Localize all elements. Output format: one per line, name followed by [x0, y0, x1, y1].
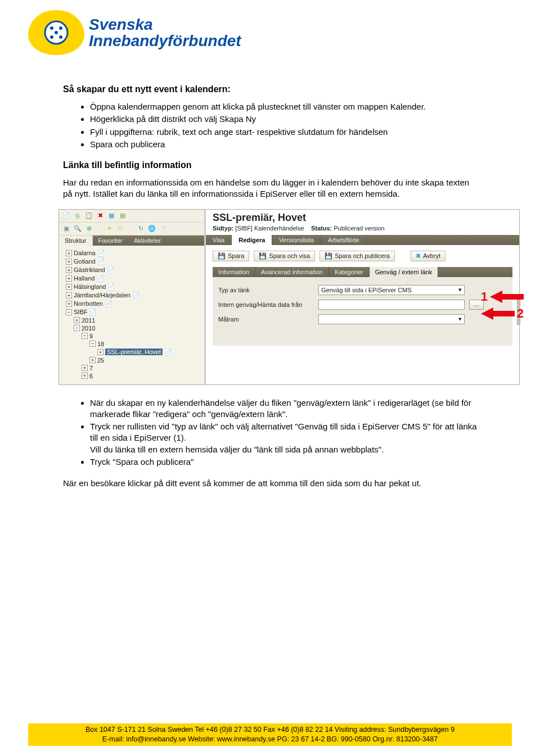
- tree-label: 6: [89, 373, 93, 379]
- svg-point-1: [50, 26, 53, 30]
- tree-row[interactable]: +Jämtland/Härjedalen📄: [61, 291, 202, 300]
- tab-aktiviteter[interactable]: Aktiviteter: [128, 236, 166, 246]
- tree-expander[interactable]: +: [74, 317, 80, 323]
- help-icon[interactable]: ❔: [159, 225, 167, 233]
- list-item: Tryck "Spara och publicera": [90, 456, 479, 468]
- tab-arbetsflode[interactable]: Arbetsflöde: [321, 235, 367, 245]
- tree-row[interactable]: +Gotland📄: [61, 257, 202, 266]
- heading-link-existing: Länka till befintlig information: [63, 160, 479, 170]
- tree-expander[interactable]: −: [66, 309, 72, 315]
- select-link-type[interactable]: Genväg till sida i EPiServer CMS ▾: [318, 285, 465, 295]
- new-page-icon[interactable]: 📄: [62, 212, 70, 220]
- tree-expander[interactable]: +: [66, 301, 72, 307]
- logo-line2: Innebandyförbundet: [89, 33, 241, 49]
- tree-expander[interactable]: +: [66, 275, 72, 282]
- page-tree: +Dalarna📄+Gotland📄+Gästrikland📄+Halland📄…: [59, 246, 204, 384]
- tree-row[interactable]: +Norrbotten📄: [61, 300, 202, 308]
- list-item: Tryck ner rullisten vid "typ av länk" oc…: [90, 421, 479, 455]
- paste-icon[interactable]: 📋: [85, 212, 93, 220]
- tree-expander[interactable]: −: [89, 341, 96, 347]
- tree-row[interactable]: +25: [61, 356, 202, 364]
- page-icon: 📄: [97, 250, 105, 257]
- tree-row[interactable]: −2010: [61, 324, 202, 332]
- tree-row[interactable]: +Dalarna📄: [61, 249, 202, 257]
- tab-favoriter[interactable]: Favoriter: [93, 236, 128, 246]
- tree-label: Halland: [74, 275, 94, 282]
- settings-icon[interactable]: ▤: [119, 212, 127, 220]
- tab-information[interactable]: Information: [213, 267, 255, 277]
- tree-expander[interactable]: +: [82, 365, 88, 371]
- tree-expander[interactable]: −: [82, 333, 88, 339]
- callout-arrow-2: 2: [481, 306, 524, 321]
- tree-row[interactable]: +Hälsingland📄: [61, 283, 202, 291]
- save-publish-button[interactable]: 💾Spara och publicera: [320, 251, 395, 261]
- tree-row[interactable]: +2011: [61, 316, 202, 324]
- paragraph-visitor: När en besökare klickar på ditt event så…: [63, 478, 479, 489]
- tab-shortcut[interactable]: Genväg / extern länk: [370, 267, 439, 277]
- input-internal-shortcut[interactable]: [318, 300, 465, 310]
- tab-redigera[interactable]: Redigera: [232, 235, 272, 245]
- tab-advanced[interactable]: Avancerad information: [255, 267, 329, 277]
- left-panel: 📄 ⎘ 📋 ✖ ▦ ▤ ▣ 🔍 ⊕ ⚭ ⚇ ↻ 🌐: [59, 210, 205, 384]
- tree-label: Norrbotten: [74, 300, 103, 307]
- org-logo: Svenska Innebandyförbundet: [28, 10, 241, 55]
- tab-kategorier[interactable]: Kategorier: [329, 267, 370, 277]
- tree-expander[interactable]: +: [66, 267, 72, 273]
- delete-icon[interactable]: ✖: [96, 212, 104, 220]
- save-view-button[interactable]: 💾Spara och visa: [254, 251, 315, 261]
- chevron-down-icon: ▾: [458, 315, 462, 323]
- status-value: Publicerad version: [334, 225, 385, 232]
- globe-icon[interactable]: ⊕: [85, 225, 93, 233]
- tree-expander[interactable]: +: [66, 284, 72, 290]
- tree-icon[interactable]: ▣: [62, 225, 70, 233]
- tree-row[interactable]: +7: [61, 364, 202, 372]
- tree-label: Gästrikland: [74, 266, 105, 273]
- tree-expander[interactable]: +: [66, 250, 72, 256]
- preview-icon[interactable]: ▦: [107, 212, 115, 220]
- tree-expander[interactable]: +: [97, 349, 104, 355]
- sidtyp-label: Sidtyp:: [213, 225, 233, 232]
- tree-expander[interactable]: +: [66, 259, 72, 265]
- select-target-frame[interactable]: ▾: [318, 314, 465, 324]
- cancel-icon: ✖: [416, 252, 421, 260]
- tree-row[interactable]: −9: [61, 332, 202, 340]
- save-button[interactable]: 💾Spara: [213, 251, 249, 261]
- page-icon: 📄: [164, 348, 172, 356]
- svg-point-4: [50, 35, 53, 39]
- search-icon[interactable]: 🔍: [74, 225, 82, 233]
- list-item: Fyll i uppgifterna: rubrik, text och ang…: [90, 126, 479, 138]
- label-target-frame: Målram: [218, 316, 314, 323]
- floorball-icon: [43, 20, 69, 46]
- tree-expander[interactable]: +: [82, 373, 88, 379]
- page-meta: Sidtyp: [SIBF] Kalenderhändelse Status: …: [213, 225, 512, 232]
- page-icon: 📄: [107, 266, 115, 274]
- episerver-screenshot: 📄 ⎘ 📋 ✖ ▦ ▤ ▣ 🔍 ⊕ ⚭ ⚇ ↻ 🌐: [58, 209, 520, 385]
- tree-row[interactable]: +Halland📄: [61, 274, 202, 283]
- tree-label: Dalarna: [74, 250, 96, 256]
- tree-row[interactable]: +SSL-premiär, Hovet📄: [61, 348, 202, 356]
- tab-struktur[interactable]: Struktur: [59, 236, 93, 246]
- world-icon[interactable]: 🌐: [148, 225, 156, 233]
- copy-icon[interactable]: ⎘: [74, 212, 82, 220]
- status-label: Status:: [311, 225, 332, 232]
- callout-number: 1: [481, 289, 488, 304]
- tree-row[interactable]: −SIBF📄: [61, 308, 202, 316]
- tree-label: Jämtland/Härjedalen: [74, 292, 130, 298]
- tab-visa[interactable]: Visa: [206, 235, 232, 245]
- sidtyp-value: [SIBF] Kalenderhändelse: [235, 225, 304, 232]
- tree-row[interactable]: +6: [61, 372, 202, 380]
- tree-expander[interactable]: −: [74, 325, 80, 331]
- logo-ball-icon: [28, 10, 84, 55]
- tab-versionslista[interactable]: Versionslista: [272, 235, 321, 245]
- tree-expander[interactable]: +: [66, 292, 72, 298]
- refresh-icon[interactable]: ↻: [137, 225, 145, 233]
- tree-expander[interactable]: +: [89, 357, 96, 363]
- cancel-button[interactable]: ✖Avbryt: [411, 251, 446, 261]
- tree-label: SSL-premiär, Hovet: [105, 348, 163, 355]
- tree-row[interactable]: −18: [61, 340, 202, 348]
- users-icon[interactable]: ⚇: [116, 225, 124, 233]
- left-tabs: Struktur Favoriter Aktiviteter: [59, 236, 204, 246]
- link-icon[interactable]: ⚭: [105, 225, 113, 233]
- paragraph-link: Har du redan en informationssida om en h…: [63, 177, 479, 200]
- tree-row[interactable]: +Gästrikland📄: [61, 266, 202, 274]
